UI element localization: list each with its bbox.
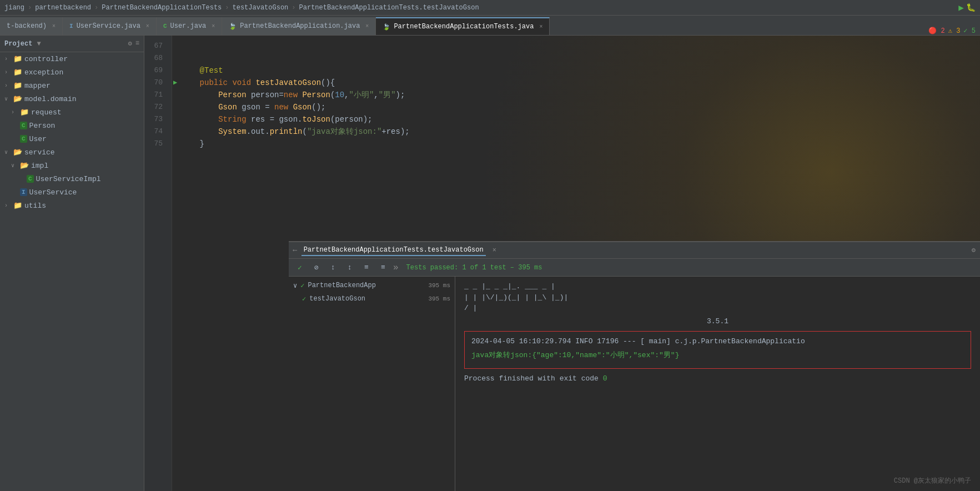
tab-user[interactable]: C User.java × <box>157 17 222 35</box>
bottom-tab-tests[interactable]: PartnetBackendApplicationTests.testJavat… <box>301 245 486 256</box>
tab-application-close[interactable]: × <box>365 23 369 29</box>
toolbar-check-btn[interactable]: ✓ <box>293 261 306 274</box>
line-num-69: 69 <box>144 64 167 77</box>
ascii-version: 3.5.1 <box>464 316 971 327</box>
breadcrumb-jiang[interactable]: jiang <box>4 4 24 12</box>
cls-person: Person <box>218 89 246 101</box>
arrow-impl: ∨ <box>11 162 18 169</box>
sidebar-item-exception[interactable]: › 📁 exception <box>0 66 144 79</box>
line-num-74: 74 <box>144 126 167 138</box>
test-method-time: 395 ms <box>428 295 455 302</box>
kw-void: void <box>232 77 255 89</box>
cls-system: System <box>218 126 246 138</box>
arrow-utils: › <box>4 203 11 209</box>
code-line-74: System.out.println("java对象转json:"+res); <box>181 126 980 138</box>
sidebar-item-user-label: User <box>29 135 47 143</box>
line-num-75: 75 <box>144 138 167 150</box>
console-output: _ _ |_ _ _|_. ___ _ | | | |\/|_)(_| | |_… <box>455 277 980 491</box>
badge-area: 🔴 2 ⚠ 3 ✓ 5 <box>928 27 980 35</box>
warning-badge: ⚠ 3 <box>948 27 961 35</box>
sidebar: Project ▼ ⚙ ≡ › 📁 controller › 📁 excepti… <box>0 36 144 491</box>
expand-arrow-app: ∨ <box>293 282 297 290</box>
breadcrumb-method[interactable]: testJavatoGson <box>233 4 289 12</box>
breadcrumb-partnetbackend[interactable]: partnetbackend <box>35 4 91 12</box>
sidebar-item-model-domain[interactable]: ∨ 📂 model.domain <box>0 92 144 106</box>
toolbar-stop-btn[interactable]: ⊘ <box>310 261 323 274</box>
code-line-68 <box>181 52 980 64</box>
code-string-indent <box>181 113 218 126</box>
str-java-json: "java对象转json:" <box>307 126 381 138</box>
arrow-exception: › <box>4 69 11 76</box>
class-icon-person: C <box>20 122 27 129</box>
arrow-mapper: › <box>4 83 11 89</box>
folder-icon-utils: 📁 <box>13 201 22 210</box>
tab-backend-close[interactable]: × <box>52 23 56 29</box>
sidebar-item-request[interactable]: › 📁 request <box>0 106 144 119</box>
sidebar-item-exception-label: exception <box>24 68 63 77</box>
code-plus: +res); <box>381 126 409 138</box>
sidebar-item-person[interactable]: C Person <box>0 119 144 132</box>
log-box: 2024-04-05 16:10:29.794 INFO 17196 --- [… <box>464 331 971 369</box>
class-icon-user: C <box>20 135 27 143</box>
kw-new2: new <box>274 101 293 113</box>
sidebar-item-utils[interactable]: › 📁 utils <box>0 199 144 212</box>
code-line-69: @Test <box>181 64 980 77</box>
toolbar-sort-desc-btn[interactable]: ↕ <box>343 261 356 274</box>
main-layout: Project ▼ ⚙ ≡ › 📁 controller › 📁 excepti… <box>0 36 980 491</box>
annotation-test: @Test <box>181 64 223 77</box>
settings-gear-icon[interactable]: ⚙ <box>972 246 976 254</box>
debug-icon[interactable]: 🐛 <box>966 3 976 12</box>
arrow-controller: › <box>4 56 11 62</box>
code-area: 67 68 69 70 71 72 73 74 75 @Test ▶ pu <box>144 36 980 491</box>
tab-tests-label: PartnetBackendApplicationTests.java <box>394 23 534 31</box>
sidebar-item-user[interactable]: C User <box>0 132 144 146</box>
tab-user-label: User.java <box>170 22 206 30</box>
sidebar-item-mapper[interactable]: › 📁 mapper <box>0 79 144 92</box>
code-line-67 <box>181 40 980 52</box>
sidebar-item-controller-label: controller <box>24 55 68 63</box>
line-num-72: 72 <box>144 101 167 113</box>
tab-backend[interactable]: t-backend) × <box>0 17 63 35</box>
test-tree: ∨ ✓ PartnetBackendApp 395 ms ✓ testJavat… <box>289 277 455 491</box>
process-line: Process finished with exit code 0 <box>464 373 971 385</box>
code-println-open: ( <box>302 126 306 138</box>
sidebar-collapse-icon[interactable]: ≡ <box>135 39 139 48</box>
line-numbers: 67 68 69 70 71 72 73 74 75 <box>144 36 172 491</box>
sidebar-item-userservice[interactable]: I UserService <box>0 186 144 199</box>
test-item-app[interactable]: ∨ ✓ PartnetBackendApp 395 ms <box>289 279 455 292</box>
arrow-request: › <box>11 109 18 116</box>
toolbar-filter1-btn[interactable]: ≡ <box>360 261 373 274</box>
folder-icon-service: 📂 <box>13 148 22 157</box>
toolbar-filter2-btn[interactable]: ≡ <box>376 261 390 274</box>
test-result-text: Tests passed: 1 of 1 test – 395 ms <box>406 264 542 272</box>
num-10: 10 <box>335 89 344 101</box>
sidebar-item-impl[interactable]: ∨ 📂 impl <box>0 159 144 172</box>
tab-userservice-close[interactable]: × <box>146 23 149 29</box>
tab-tests-close[interactable]: × <box>539 24 542 30</box>
code-line-70: ▶ public void testJavatoGson(){ <box>181 77 980 89</box>
tab-tests[interactable]: 🍃 PartnetBackendApplicationTests.java × <box>376 17 550 35</box>
run-gutter-icon[interactable]: ▶ <box>173 77 177 89</box>
toolbar-sort-asc-btn[interactable]: ↕ <box>326 261 340 274</box>
line-num-67: 67 <box>144 40 167 52</box>
run-icon[interactable]: ▶ <box>958 2 964 13</box>
bottom-nav-icon[interactable]: ⟵ <box>293 247 297 254</box>
sep3: › <box>225 4 229 12</box>
paren-open: (){ <box>321 77 335 89</box>
sidebar-item-userserviceimpl[interactable]: C UserServiceImpl <box>0 172 144 186</box>
tab-userservice[interactable]: I UserService.java × <box>63 17 157 35</box>
breadcrumb-full: PartnetBackendApplicationTests.testJavat… <box>299 4 479 12</box>
test-item-method[interactable]: ✓ testJavatoGson 395 ms <box>289 292 455 305</box>
folder-icon-controller: 📁 <box>13 54 22 63</box>
bottom-tab-close[interactable]: × <box>492 247 496 254</box>
tab-application[interactable]: 🍃 PartnetBackendApplication.java × <box>222 17 376 35</box>
kw-new1: new <box>284 89 303 101</box>
sidebar-item-service[interactable]: ∨ 📂 service <box>0 146 144 159</box>
sidebar-item-controller[interactable]: › 📁 controller <box>0 52 144 66</box>
tab-user-close[interactable]: × <box>212 23 215 29</box>
str-xiaomin: "小明" <box>349 89 374 101</box>
folder-icon-exception: 📁 <box>13 68 22 77</box>
code-person-var: person= <box>247 89 284 101</box>
breadcrumb-tests-class[interactable]: PartnetBackendApplicationTests <box>102 4 222 12</box>
sidebar-settings-icon[interactable]: ⚙ <box>128 39 132 48</box>
